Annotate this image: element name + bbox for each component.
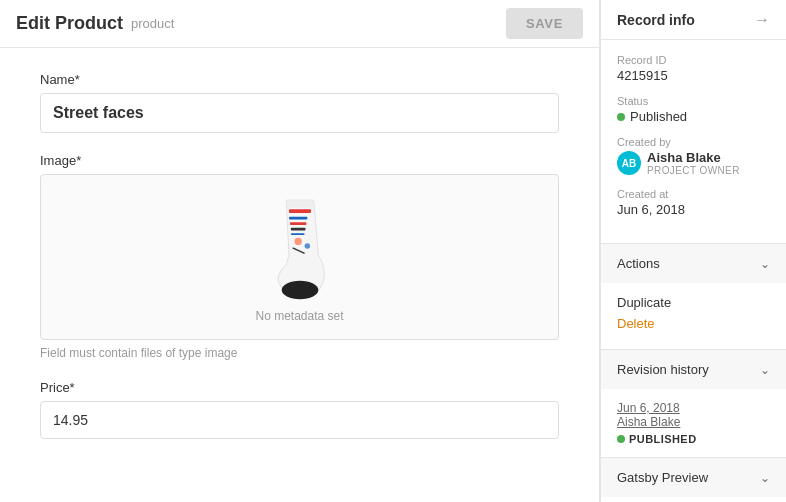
status-value-row: Published (617, 109, 770, 124)
avatar: AB (617, 151, 641, 175)
name-label: Name* (40, 72, 559, 87)
svg-rect-3 (290, 228, 305, 231)
breadcrumb: product (131, 16, 174, 31)
status-label: Status (617, 95, 770, 107)
record-id-value: 4215915 (617, 68, 770, 83)
price-label: Price* (40, 380, 559, 395)
svg-rect-2 (289, 222, 306, 225)
record-id-row: Record ID 4215915 (617, 54, 770, 83)
revision-chevron-icon: ⌄ (760, 363, 770, 377)
gatsby-preview-section: Gatsby Preview ⌄ GATSBY CLOUD Open Previ… (601, 458, 786, 502)
revision-item: Jun 6, 2018 Aisha Blake PUBLISHED (617, 401, 770, 445)
revision-status: PUBLISHED (617, 433, 770, 445)
actions-section: Actions ⌄ Duplicate Delete (601, 244, 786, 350)
gatsby-preview-label: Gatsby Preview (617, 470, 708, 485)
page-title: Edit Product (16, 13, 123, 34)
image-metadata: No metadata set (255, 309, 343, 323)
created-by-row: Created by AB Aisha Blake PROJECT OWNER (617, 136, 770, 176)
created-at-label: Created at (617, 188, 770, 200)
record-details: Record ID 4215915 Status Published Creat… (601, 40, 786, 244)
status-dot (617, 113, 625, 121)
svg-rect-4 (290, 233, 304, 235)
actions-header[interactable]: Actions ⌄ (601, 244, 786, 283)
sock-image (250, 191, 350, 301)
top-bar: Edit Product product SAVE (0, 0, 599, 48)
image-upload-area[interactable]: No metadata set (40, 174, 559, 340)
svg-rect-1 (289, 217, 307, 220)
record-info-header: Record info → (601, 0, 786, 40)
creator-name: Aisha Blake (647, 150, 740, 165)
revision-author[interactable]: Aisha Blake (617, 415, 680, 429)
created-at-row: Created at Jun 6, 2018 (617, 188, 770, 217)
revision-history-header[interactable]: Revision history ⌄ (601, 350, 786, 389)
gatsby-preview-header[interactable]: Gatsby Preview ⌄ (601, 458, 786, 497)
duplicate-action[interactable]: Duplicate (617, 295, 770, 310)
exit-icon[interactable]: → (754, 11, 770, 29)
price-field: Price* (40, 380, 559, 439)
creator-info: Aisha Blake PROJECT OWNER (647, 150, 740, 176)
left-panel: Edit Product product SAVE Name* Image* (0, 0, 600, 502)
svg-point-5 (281, 281, 318, 299)
name-field: Name* (40, 72, 559, 133)
revision-status-label: PUBLISHED (629, 433, 697, 445)
save-button[interactable]: SAVE (506, 8, 583, 39)
creator-role: PROJECT OWNER (647, 165, 740, 176)
gatsby-chevron-icon: ⌄ (760, 471, 770, 485)
revision-date[interactable]: Jun 6, 2018 (617, 401, 680, 415)
revision-status-dot (617, 435, 625, 443)
gatsby-section-content: GATSBY CLOUD Open Preview Powered by: G (601, 497, 786, 502)
name-input[interactable] (40, 93, 559, 133)
revision-history-label: Revision history (617, 362, 709, 377)
revision-history-content: Jun 6, 2018 Aisha Blake PUBLISHED (601, 389, 786, 457)
status-value: Published (630, 109, 687, 124)
price-input[interactable] (40, 401, 559, 439)
svg-point-7 (294, 238, 301, 245)
revision-history-section: Revision history ⌄ Jun 6, 2018 Aisha Bla… (601, 350, 786, 458)
actions-chevron-icon: ⌄ (760, 257, 770, 271)
svg-rect-6 (286, 200, 314, 207)
svg-rect-0 (289, 209, 311, 213)
status-row: Status Published (617, 95, 770, 124)
image-label: Image* (40, 153, 559, 168)
form-area: Name* Image* (0, 48, 599, 502)
record-info-title: Record info (617, 12, 695, 28)
creator-row: AB Aisha Blake PROJECT OWNER (617, 150, 770, 176)
image-field: Image* (40, 153, 559, 360)
record-id-label: Record ID (617, 54, 770, 66)
created-at-value: Jun 6, 2018 (617, 202, 770, 217)
delete-action[interactable]: Delete (617, 316, 770, 331)
actions-content: Duplicate Delete (601, 283, 786, 349)
right-panel: Record info → Record ID 4215915 Status P… (600, 0, 786, 502)
image-hint: Field must contain files of type image (40, 346, 559, 360)
created-by-label: Created by (617, 136, 770, 148)
svg-point-8 (304, 243, 310, 249)
actions-label: Actions (617, 256, 660, 271)
